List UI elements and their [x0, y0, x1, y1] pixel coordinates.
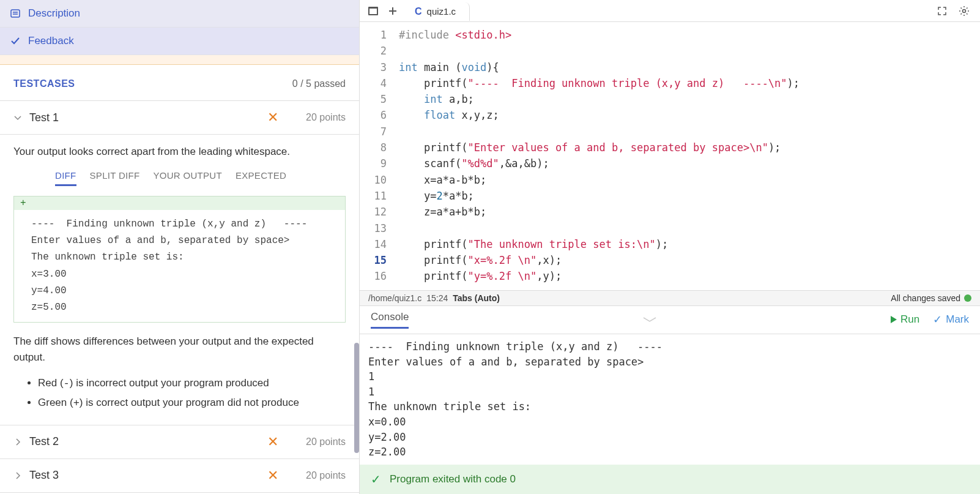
line-number: 8	[360, 140, 387, 155]
test-row-2[interactable]: Test 2 ✕ 20 points	[0, 425, 359, 459]
toolbar-right	[934, 2, 980, 20]
tab-description-label: Description	[28, 7, 80, 20]
svg-rect-0	[11, 10, 20, 17]
c-file-icon: C	[415, 6, 422, 17]
code-line: printf("x=%.2f \n",x);	[399, 252, 980, 268]
code-line: x=a*a-b*b;	[399, 172, 980, 188]
test-points: 20 points	[297, 436, 346, 447]
line-number: 2	[360, 43, 387, 59]
description-icon	[10, 8, 21, 19]
console-actions: Run ✓ Mark	[891, 313, 969, 326]
code-line: printf("---- Finding unknown triple (x,y…	[399, 75, 980, 91]
mark-button[interactable]: ✓ Mark	[933, 313, 969, 326]
tab-feedback[interactable]: Feedback	[0, 28, 359, 55]
test-name: Test 1	[29, 111, 261, 124]
diff-bullet: Red (-) is incorrect output your program…	[38, 375, 346, 393]
editor-toolbar: C quiz1.c	[360, 0, 980, 22]
toolbar-left	[360, 2, 406, 20]
chevron-right-icon	[13, 438, 23, 446]
subtab-splitdiff[interactable]: SPLIT DIFF	[90, 170, 140, 186]
gear-icon[interactable]	[956, 2, 973, 20]
tab-feedback-label: Feedback	[28, 35, 74, 47]
panel-icon[interactable]	[365, 2, 382, 20]
diff-box: + ---- Finding unknown triple (x,y and z…	[13, 196, 346, 323]
code-line: scanf("%d%d",&a,&b);	[399, 155, 980, 171]
diff-plus-row: +	[14, 196, 345, 210]
diff-subtabs: DIFF SPLIT DIFF YOUR OUTPUT EXPECTED	[13, 170, 346, 186]
chevron-down-icon	[13, 113, 23, 122]
test-name: Test 2	[29, 435, 261, 448]
line-number: 3	[360, 59, 387, 75]
status-path: /home/quiz1.c	[368, 293, 421, 303]
play-icon	[891, 316, 897, 323]
testcases-passed: 0 / 5 passed	[292, 78, 346, 89]
test-points: 20 points	[297, 470, 346, 481]
subtab-youroutput[interactable]: YOUR OUTPUT	[153, 170, 221, 186]
line-number: 4	[360, 75, 387, 91]
file-tab[interactable]: C quiz1.c	[406, 2, 470, 21]
console-output: ---- Finding unknown triple (x,y and z) …	[360, 334, 980, 465]
scrollbar-thumb[interactable]	[354, 343, 359, 453]
diff-bullet: Green (+) is correct output your program…	[38, 394, 346, 413]
testcases-header: TESTCASES 0 / 5 passed	[0, 65, 359, 101]
status-tabs[interactable]: Tabs (Auto)	[453, 293, 500, 303]
line-gutter: 12345678910111213141516	[360, 22, 393, 290]
line-number: 16	[360, 268, 387, 284]
plus-icon[interactable]	[384, 2, 401, 20]
status-bar: /home/quiz1.c 15:24 Tabs (Auto) All chan…	[360, 291, 980, 306]
code-line: float x,y,z;	[399, 107, 980, 123]
tab-description[interactable]: Description	[0, 0, 359, 28]
code-area[interactable]: #include <stdio.h>int main (void){ print…	[393, 22, 980, 290]
status-cursor-pos: 15:24	[426, 293, 448, 303]
test-detail-1: Your output looks correct apart from the…	[0, 135, 359, 425]
test-row-3[interactable]: Test 3 ✕ 20 points	[0, 459, 359, 493]
subtab-diff[interactable]: DIFF	[55, 170, 76, 186]
fail-icon: ✕	[267, 468, 278, 484]
svg-rect-4	[369, 9, 377, 14]
test-row-1[interactable]: Test 1 ✕ 20 points	[0, 101, 359, 135]
svg-point-7	[963, 9, 966, 12]
line-number: 12	[360, 204, 387, 220]
check-icon	[10, 36, 21, 47]
code-editor[interactable]: 12345678910111213141516 #include <stdio.…	[360, 22, 980, 291]
mark-label: Mark	[946, 313, 969, 326]
exit-message: Program exited with code 0	[390, 473, 516, 485]
diff-body: ---- Finding unknown triple (x,y and z) …	[14, 210, 345, 322]
diff-explain: The diff shows differences between your …	[13, 334, 346, 365]
code-line: z=a*a+b*b;	[399, 204, 980, 220]
check-icon: ✓	[933, 313, 942, 326]
banner-remnant	[0, 55, 359, 65]
line-number: 5	[360, 91, 387, 107]
run-button[interactable]: Run	[891, 313, 919, 326]
line-number: 9	[360, 155, 387, 171]
code-line: int a,b;	[399, 91, 980, 107]
console-header: Console Run ✓ Mark	[360, 306, 980, 334]
chevron-right-icon	[13, 471, 23, 480]
diff-bullets: Red (-) is incorrect output your program…	[13, 375, 346, 413]
test-name: Test 3	[29, 469, 261, 482]
code-line	[399, 43, 980, 59]
fail-icon: ✕	[267, 434, 278, 450]
code-line	[399, 124, 980, 140]
subtab-expected[interactable]: EXPECTED	[236, 170, 286, 186]
success-check-icon: ✓	[371, 472, 381, 487]
right-panel: C quiz1.c 12345678910111213141516 #inclu…	[360, 0, 980, 494]
test-message: Your output looks correct apart from the…	[13, 146, 346, 158]
exit-status-bar: ✓ Program exited with code 0	[360, 465, 980, 494]
file-name: quiz1.c	[427, 6, 456, 17]
line-number: 6	[360, 107, 387, 123]
feedback-content: TESTCASES 0 / 5 passed Test 1 ✕ 20 point…	[0, 55, 359, 494]
code-line: y=2*a*b;	[399, 188, 980, 204]
app-root: Description Feedback TESTCASES 0 / 5 pas…	[0, 0, 980, 494]
code-line: printf("The unknown triple set is:\n");	[399, 236, 980, 252]
line-number: 11	[360, 188, 387, 204]
code-line: #include <stdio.h>	[399, 27, 980, 43]
line-number: 10	[360, 172, 387, 188]
code-line: printf("y=%.2f \n",y);	[399, 268, 980, 284]
chevron-down-icon[interactable]	[641, 315, 658, 324]
left-panel: Description Feedback TESTCASES 0 / 5 pas…	[0, 0, 360, 494]
line-number: 13	[360, 220, 387, 236]
fullscreen-icon[interactable]	[934, 2, 951, 20]
status-saved: All changes saved	[891, 293, 971, 303]
console-tab[interactable]: Console	[371, 311, 409, 329]
